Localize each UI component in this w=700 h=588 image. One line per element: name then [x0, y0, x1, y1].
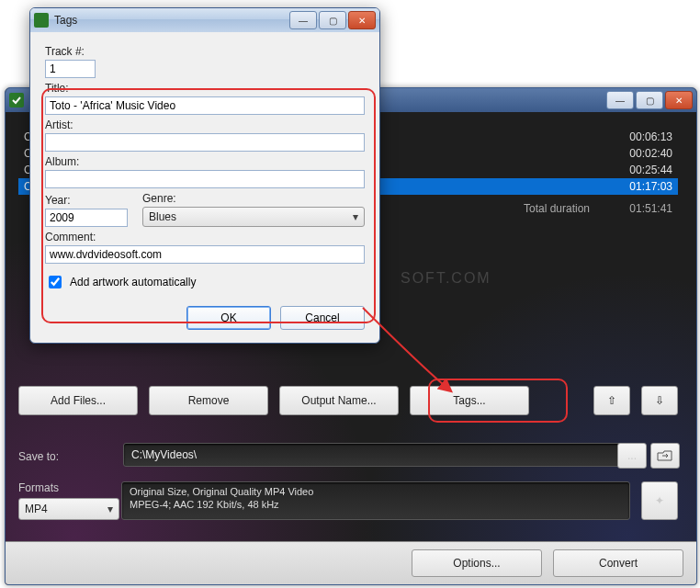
watermark-url: SOFT.COM	[401, 270, 491, 287]
comment-input[interactable]	[45, 245, 365, 264]
file-duration: 00:06:13	[599, 129, 672, 145]
wand-icon: ✦	[655, 494, 664, 507]
file-duration: 01:17:03	[599, 178, 672, 195]
track-label: Track #:	[45, 45, 365, 58]
total-duration: 01:51:41	[599, 200, 672, 217]
tags-button[interactable]: Tags...	[410, 386, 529, 415]
album-input[interactable]	[45, 170, 365, 188]
comment-label: Comment:	[45, 231, 365, 243]
year-input[interactable]	[45, 209, 128, 227]
year-label: Year:	[45, 194, 128, 207]
genre-label: Genre:	[142, 192, 365, 205]
open-folder-button[interactable]	[650, 443, 680, 469]
app-icon	[9, 93, 24, 107]
main-close-button[interactable]: ✕	[665, 91, 693, 109]
tags-titlebar[interactable]: Tags — ▢ ✕	[30, 8, 379, 32]
title-input[interactable]	[45, 96, 365, 115]
add-artwork-checkbox[interactable]	[49, 276, 62, 288]
ok-button[interactable]: OK	[186, 306, 271, 330]
move-up-button[interactable]: ⇧	[593, 386, 630, 415]
output-name-button[interactable]: Output Name...	[279, 386, 399, 415]
dialog-button-row: OK Cancel	[45, 306, 365, 330]
add-artwork-label: Add artwork automatically	[70, 276, 196, 288]
formats-combo[interactable]: MP4	[18, 498, 119, 520]
main-minimize-button[interactable]: —	[606, 91, 634, 109]
album-label: Album:	[45, 155, 365, 168]
add-files-button[interactable]: Add Files...	[18, 386, 138, 415]
formats-desc-line1: Original Size, Original Quality MP4 Vide…	[130, 485, 622, 498]
formats-label: Formats	[18, 481, 110, 494]
add-artwork-checkbox-row[interactable]: Add artwork automatically	[45, 273, 365, 291]
cancel-button[interactable]: Cancel	[280, 306, 365, 330]
action-button-row: Add Files... Remove Output Name... Tags.…	[18, 386, 678, 415]
move-down-button[interactable]: ⇩	[641, 386, 678, 415]
bottom-bar: Options... Convert	[6, 541, 696, 584]
save-to-path[interactable]: C:\MyVideos\	[123, 443, 627, 467]
app-icon	[34, 13, 49, 28]
file-duration: 00:25:44	[599, 162, 672, 178]
tags-minimize-button[interactable]: —	[289, 11, 317, 29]
file-duration: 00:02:40	[599, 145, 672, 162]
tags-dialog: Tags — ▢ ✕ Track #: Title: Artist: Album…	[29, 7, 380, 344]
tags-close-button[interactable]: ✕	[348, 11, 376, 29]
save-to-label: Save to:	[18, 450, 59, 463]
tags-body: Track #: Title: Artist: Album: Year: Gen…	[30, 32, 379, 343]
artist-label: Artist:	[45, 119, 365, 131]
artist-input[interactable]	[45, 133, 365, 152]
options-button[interactable]: Options...	[412, 549, 542, 577]
preset-wizard-button[interactable]: ✦	[641, 481, 678, 520]
main-maximize-button[interactable]: ▢	[636, 91, 663, 109]
title-label: Title:	[45, 82, 365, 95]
folder-arrow-icon	[657, 449, 673, 462]
convert-button[interactable]: Convert	[553, 549, 683, 577]
formats-description[interactable]: Original Size, Original Quality MP4 Vide…	[121, 481, 630, 520]
genre-value: Blues	[149, 210, 176, 223]
formats-desc-line2: MPEG-4; AAC 192 Kbit/s, 48 kHz	[130, 498, 622, 511]
formats-combo-value: MP4	[25, 503, 48, 515]
tags-dialog-title: Tags	[54, 14, 288, 27]
browse-button[interactable]: ...	[617, 443, 647, 469]
formats-row: Formats MP4 Original Size, Original Qual…	[18, 481, 678, 520]
track-input[interactable]	[45, 60, 96, 78]
remove-button[interactable]: Remove	[149, 386, 268, 415]
genre-combo[interactable]: Blues	[142, 207, 365, 227]
tags-maximize-button[interactable]: ▢	[319, 11, 346, 29]
